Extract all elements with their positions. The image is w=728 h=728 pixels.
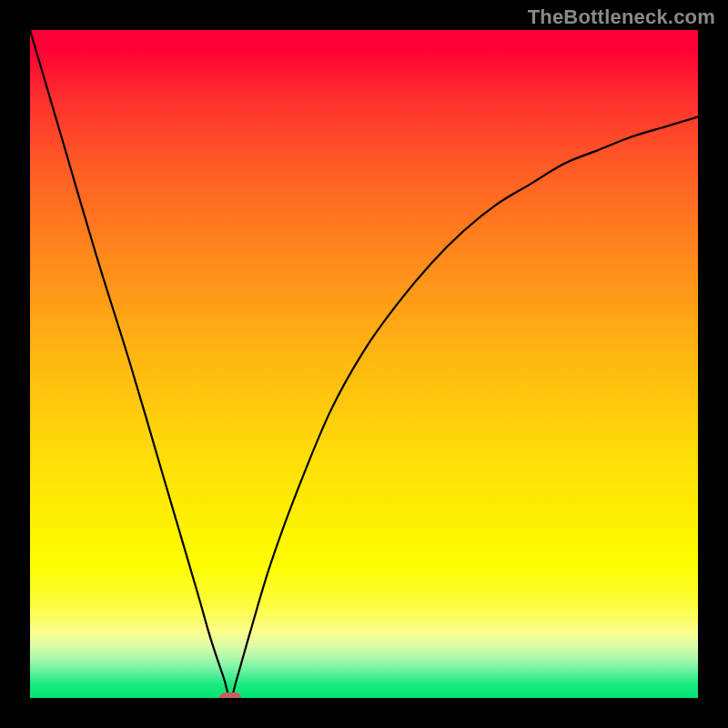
bottleneck-curve [30, 30, 698, 698]
watermark-text: TheBottleneck.com [528, 5, 715, 29]
minimum-marker [219, 693, 241, 698]
curve-svg [30, 30, 698, 698]
plot-area [30, 30, 698, 698]
chart-frame: TheBottleneck.com [0, 0, 728, 728]
